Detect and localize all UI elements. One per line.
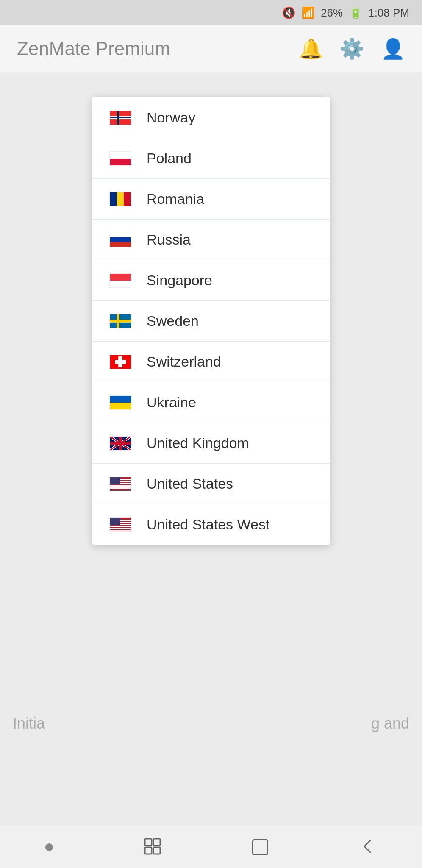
- nav-menu-button[interactable]: [45, 843, 53, 851]
- list-item[interactable]: Poland: [92, 138, 330, 179]
- flag-norway: [109, 111, 131, 125]
- battery-icon: 🔋: [349, 6, 362, 19]
- nav-home-button[interactable]: [252, 839, 268, 855]
- country-name-switzerland: Switzerland: [147, 353, 221, 370]
- list-item[interactable]: Norway: [92, 97, 330, 138]
- svg-rect-0: [145, 839, 152, 846]
- nav-back-button[interactable]: [358, 837, 377, 857]
- list-item[interactable]: Singapore: [92, 260, 330, 301]
- list-item[interactable]: Switzerland: [92, 342, 330, 382]
- flag-romania: [109, 192, 131, 206]
- svg-rect-2: [145, 847, 152, 854]
- wifi-icon: 📶: [301, 6, 315, 19]
- country-dropdown-menu: Norway Poland Romania Russia: [92, 97, 330, 545]
- svg-rect-1: [153, 839, 160, 846]
- navigation-bar: [0, 826, 422, 868]
- country-name-norway: Norway: [147, 109, 195, 126]
- list-item[interactable]: Russia: [92, 220, 330, 260]
- bell-icon[interactable]: 🔔: [299, 37, 323, 60]
- flag-poland: [109, 151, 131, 166]
- country-name-ukraine: Ukraine: [147, 394, 196, 411]
- back-arrow-icon: [358, 837, 377, 856]
- flag-uk: [109, 436, 131, 451]
- country-name-russia: Russia: [147, 231, 191, 248]
- list-item[interactable]: Ukraine: [92, 382, 330, 423]
- recent-apps-icon: [143, 837, 162, 856]
- bg-text-right: g and: [371, 715, 409, 732]
- settings-icon[interactable]: ⚙️: [340, 37, 364, 60]
- country-name-us: United States: [147, 476, 233, 492]
- list-item[interactable]: United States West: [92, 504, 330, 545]
- flag-us-2: [109, 517, 131, 532]
- country-name-poland: Poland: [147, 150, 192, 167]
- country-name-sweden: Sweden: [147, 313, 199, 329]
- battery-percentage: 26%: [321, 6, 343, 19]
- list-item[interactable]: Romania: [92, 179, 330, 220]
- country-name-us-west: United States West: [147, 516, 269, 533]
- country-name-singapore: Singapore: [147, 272, 212, 289]
- muted-icon: 🔇: [282, 6, 295, 19]
- app-title: ZenMate Premium: [17, 38, 299, 59]
- flag-switzerland: [109, 355, 131, 369]
- time-display: 1:08 PM: [368, 6, 409, 19]
- svg-rect-3: [153, 847, 160, 854]
- flag-singapore: [109, 273, 131, 288]
- profile-icon[interactable]: 👤: [381, 37, 405, 60]
- flag-sweden: [109, 314, 131, 328]
- background-text: Initia g and: [0, 715, 422, 732]
- list-item[interactable]: United States: [92, 464, 330, 504]
- country-name-romania: Romania: [147, 191, 204, 207]
- app-bar-actions: 🔔 ⚙️ 👤: [299, 37, 405, 60]
- nav-recent-button[interactable]: [143, 837, 162, 857]
- flag-russia: [109, 233, 131, 247]
- country-name-uk: United Kingdom: [147, 435, 249, 451]
- list-item[interactable]: Sweden: [92, 301, 330, 342]
- flag-ukraine: [109, 395, 131, 410]
- flag-us-1: [109, 477, 131, 491]
- list-item[interactable]: United Kingdom: [92, 423, 330, 464]
- bg-text-left: Initia: [13, 715, 45, 732]
- status-bar: 🔇 📶 26% 🔋 1:08 PM: [0, 0, 422, 25]
- app-bar: ZenMate Premium 🔔 ⚙️ 👤: [0, 25, 422, 72]
- main-content: Initia g and Norway Poland Romania: [0, 72, 422, 826]
